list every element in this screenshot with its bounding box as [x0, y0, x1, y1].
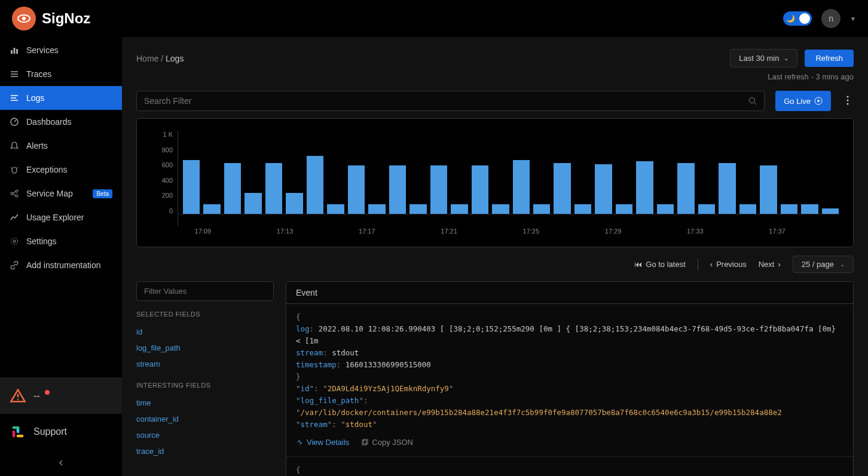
share-icon: [10, 189, 19, 198]
copy-json-button[interactable]: Copy JSON: [361, 437, 413, 449]
histogram-bar[interactable]: [554, 163, 570, 214]
view-details-button[interactable]: View Details: [296, 437, 349, 449]
histogram-bar[interactable]: [430, 165, 447, 214]
chevron-down-icon: ⌄: [840, 261, 845, 268]
histogram-bar[interactable]: [492, 204, 509, 214]
histogram-bar[interactable]: [636, 161, 653, 214]
previous-button[interactable]: ‹ Previous: [710, 260, 747, 269]
play-circle-icon: [814, 97, 823, 105]
sidebar-item-label: Exceptions: [26, 165, 67, 174]
sidebar-item-label: Traces: [26, 69, 51, 79]
histogram-bar[interactable]: [327, 204, 344, 214]
sidebar-item-traces[interactable]: Traces: [0, 62, 122, 86]
sidebar-item-usage-explorer[interactable]: Usage Explorer: [0, 205, 122, 229]
histogram-bar[interactable]: [698, 204, 715, 214]
histogram-bar[interactable]: [760, 165, 777, 214]
histogram-bar[interactable]: [616, 204, 632, 214]
refresh-button[interactable]: Refresh: [805, 50, 854, 67]
bar-chart-icon: [10, 45, 19, 55]
nav: Services Traces Logs Dashboards Alerts E…: [0, 37, 122, 377]
field-item[interactable]: id: [136, 324, 274, 340]
header-actions: Last 30 min ⌄ Refresh: [730, 49, 854, 67]
sidebar-warning[interactable]: --: [0, 378, 122, 414]
sidebar-item-logs[interactable]: Logs: [0, 86, 122, 110]
status-dot: [45, 390, 50, 395]
histogram-bar[interactable]: [677, 163, 694, 214]
field-item[interactable]: time: [136, 395, 274, 411]
user-avatar[interactable]: n: [821, 9, 841, 28]
field-item[interactable]: source: [136, 427, 274, 443]
warning-icon: [10, 388, 26, 404]
histogram-bar[interactable]: [368, 204, 385, 214]
histogram-bar[interactable]: [533, 204, 550, 214]
svg-rect-3: [14, 48, 16, 54]
histogram-bar[interactable]: [224, 163, 241, 214]
sidebar-item-settings[interactable]: Settings: [0, 229, 122, 253]
field-item[interactable]: container_id: [136, 411, 274, 427]
more-options-button[interactable]: [842, 91, 854, 111]
sidebar-item-dashboards[interactable]: Dashboards: [0, 110, 122, 134]
histogram-bar[interactable]: [822, 208, 839, 214]
sidebar-support[interactable]: Support: [0, 414, 122, 450]
go-live-button[interactable]: Go Live: [775, 91, 831, 111]
sidebar-item-service-map[interactable]: Service Map Beta: [0, 182, 122, 205]
histogram-bar[interactable]: [513, 160, 530, 214]
histogram-bar[interactable]: [657, 204, 674, 214]
histogram-bar[interactable]: [286, 193, 302, 214]
sidebar-item-alerts[interactable]: Alerts: [0, 134, 122, 158]
go-to-latest-button[interactable]: ⏮ Go to latest: [634, 260, 685, 269]
histogram-bar[interactable]: [409, 204, 426, 214]
logo-icon: [12, 7, 36, 30]
field-item[interactable]: trace_id: [136, 443, 274, 459]
collapse-sidebar-button[interactable]: [0, 450, 122, 476]
svg-rect-2: [11, 50, 13, 54]
chevron-down-icon[interactable]: ▼: [850, 16, 856, 22]
svg-point-1: [22, 17, 26, 20]
gear-icon: [10, 237, 19, 246]
header-right: 🌙 n ▼: [783, 9, 856, 28]
bars-area: [178, 131, 839, 226]
histogram-bar[interactable]: [348, 165, 365, 214]
histogram-bar[interactable]: [203, 204, 220, 214]
warning-label: --: [33, 391, 40, 401]
svg-rect-37: [363, 439, 368, 444]
page-size-select[interactable]: 25 / page ⌄: [793, 256, 854, 273]
search-icon[interactable]: [748, 97, 757, 105]
sidebar: Services Traces Logs Dashboards Alerts E…: [0, 37, 122, 476]
next-button[interactable]: Next ›: [759, 260, 781, 269]
time-range-select[interactable]: Last 30 min ⌄: [730, 49, 797, 67]
histogram-bar[interactable]: [389, 165, 406, 214]
bell-icon: [10, 141, 19, 151]
histogram-bar[interactable]: [307, 156, 323, 214]
log-entry[interactable]: {log: 2022.08.10 12:08:26.979999 [ [38;2…: [286, 457, 853, 476]
sidebar-item-services[interactable]: Services: [0, 38, 122, 62]
sidebar-item-label: Add instrumentation: [26, 260, 101, 270]
histogram-bar[interactable]: [595, 164, 612, 214]
histogram-bar[interactable]: [719, 163, 735, 214]
sidebar-item-add-instrumentation[interactable]: Add instrumentation: [0, 253, 122, 277]
field-item[interactable]: stream: [136, 356, 274, 372]
sidebar-item-exceptions[interactable]: Exceptions: [0, 158, 122, 182]
histogram-bar[interactable]: [781, 204, 797, 214]
svg-line-20: [13, 194, 16, 195]
content-header: Home / Logs Last 30 min ⌄ Refresh: [136, 49, 854, 67]
last-refresh-text: Last refresh - 3 mins ago: [136, 72, 854, 81]
y-axis: 1 K8006004002000: [151, 131, 178, 226]
histogram-bar[interactable]: [244, 193, 261, 214]
histogram-bar[interactable]: [472, 165, 488, 214]
sidebar-item-label: Service Map: [26, 189, 73, 198]
histogram-bar[interactable]: [801, 204, 818, 214]
log-entry[interactable]: {log: 2022.08.10 12:08:26.990403 [ [38;2…: [286, 304, 853, 457]
field-item[interactable]: log_file_path: [136, 340, 274, 356]
theme-toggle[interactable]: 🌙: [783, 11, 812, 26]
histogram-bar[interactable]: [451, 204, 467, 214]
svg-line-30: [754, 103, 757, 105]
search-filter-input[interactable]: [144, 96, 748, 106]
histogram-bar[interactable]: [183, 160, 200, 214]
breadcrumb-home[interactable]: Home: [136, 54, 158, 63]
filter-values-input[interactable]: [136, 281, 274, 301]
list-icon: [10, 93, 19, 103]
histogram-bar[interactable]: [574, 204, 591, 214]
histogram-bar[interactable]: [265, 163, 282, 214]
histogram-bar[interactable]: [739, 204, 756, 214]
